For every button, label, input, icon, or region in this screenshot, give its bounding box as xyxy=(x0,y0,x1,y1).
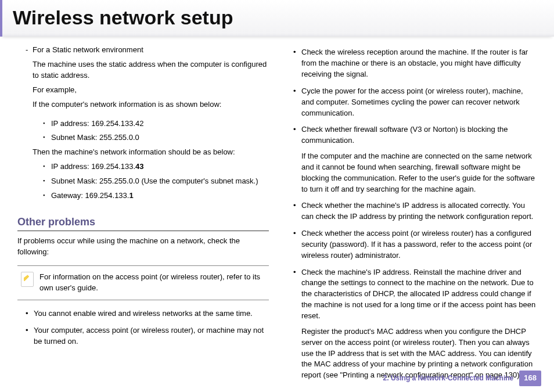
computer-info-list: IP address: 169.254.133.42 Subnet Mask: … xyxy=(43,118,269,144)
bullet-dot xyxy=(26,308,34,319)
bullet-text: Check whether the machine's IP address i… xyxy=(301,200,537,222)
bullet-text: Your computer, access point (or wireless… xyxy=(34,325,269,347)
footer-page-number: 168 xyxy=(519,371,541,386)
note-icon xyxy=(21,272,34,287)
bullet-wired-wireless: You cannot enable wired and wireless net… xyxy=(17,308,269,319)
bullet-dot xyxy=(293,267,301,381)
bullet-text: Check the wireless reception around the … xyxy=(301,47,537,80)
dash-marker: - xyxy=(26,45,33,113)
then-machine-info: Then the machine's network information s… xyxy=(33,147,269,158)
bullet-dot xyxy=(293,200,301,222)
other-problems-heading: Other problems xyxy=(17,214,269,231)
static-env-label: For a Static network environment xyxy=(33,45,269,56)
computer-ip: IP address: 169.254.133.42 xyxy=(43,118,269,130)
left-bullets: You cannot enable wired and wireless net… xyxy=(17,308,269,347)
bullet-ip-allocated: Check whether the machine's IP address i… xyxy=(285,200,537,222)
page-footer: 2. Using a Network-Connected Machine 168 xyxy=(383,371,541,386)
bullet-dot xyxy=(293,124,301,195)
for-example: For example, xyxy=(33,85,269,96)
machine-mask: Subnet Mask: 255.255.0.0 (Use the comput… xyxy=(43,176,269,187)
bullet-security: Check whether the access point (or wirel… xyxy=(285,228,537,261)
right-column: Check the wireless reception around the … xyxy=(285,45,537,387)
bullet-dot xyxy=(26,325,34,347)
static-env-body: The machine uses the static address when… xyxy=(33,59,269,81)
bullet-dot xyxy=(293,47,301,80)
computer-mask: Subnet Mask: 255.255.0.0 xyxy=(43,132,269,143)
left-column: - For a Static network environment The m… xyxy=(17,45,269,387)
machine-gateway: Gateway: 169.254.133.1 xyxy=(43,190,269,202)
footer-chapter: 2. Using a Network-Connected Machine xyxy=(383,373,514,383)
machine-info-list: IP address: 169.254.133.43 Subnet Mask: … xyxy=(43,161,269,202)
bullet-text: You cannot enable wired and wireless net… xyxy=(34,308,269,319)
bullet-reception: Check the wireless reception around the … xyxy=(285,47,537,80)
page-header: Wireless network setup xyxy=(0,0,554,37)
bullet-cycle-power: Cycle the power for the access point (or… xyxy=(285,86,537,119)
other-problems-intro: If problems occur while using the machin… xyxy=(17,236,269,258)
bullet-text: Cycle the power for the access point (or… xyxy=(301,86,537,119)
bullet-text: Check whether the access point (or wirel… xyxy=(301,228,537,261)
bullet-dot xyxy=(293,86,301,119)
bullet-firewall-followup: If the computer and the machine are conn… xyxy=(301,151,537,195)
bullet-dot xyxy=(293,228,301,261)
static-env-item: - For a Static network environment The m… xyxy=(17,45,269,113)
machine-ip: IP address: 169.254.133.43 xyxy=(43,161,269,172)
note-text: For information on the access point (or … xyxy=(39,272,264,294)
bullet-not-turned-on: Your computer, access point (or wireless… xyxy=(17,325,269,347)
bullet-text: Check whether firewall software (V3 or N… xyxy=(301,124,537,146)
if-computer-info: If the computer's network information is… xyxy=(33,99,269,110)
content-columns: - For a Static network environment The m… xyxy=(0,37,554,387)
page-title: Wireless network setup xyxy=(13,3,544,32)
bullet-firewall: Check whether firewall software (V3 or N… xyxy=(285,124,537,195)
note-box: For information on the access point (or … xyxy=(17,265,269,300)
bullet-text: Check the machine's IP address. Reinstal… xyxy=(301,267,537,322)
bullet-reinstall-driver: Check the machine's IP address. Reinstal… xyxy=(285,267,537,381)
right-bullets: Check the wireless reception around the … xyxy=(285,47,537,381)
